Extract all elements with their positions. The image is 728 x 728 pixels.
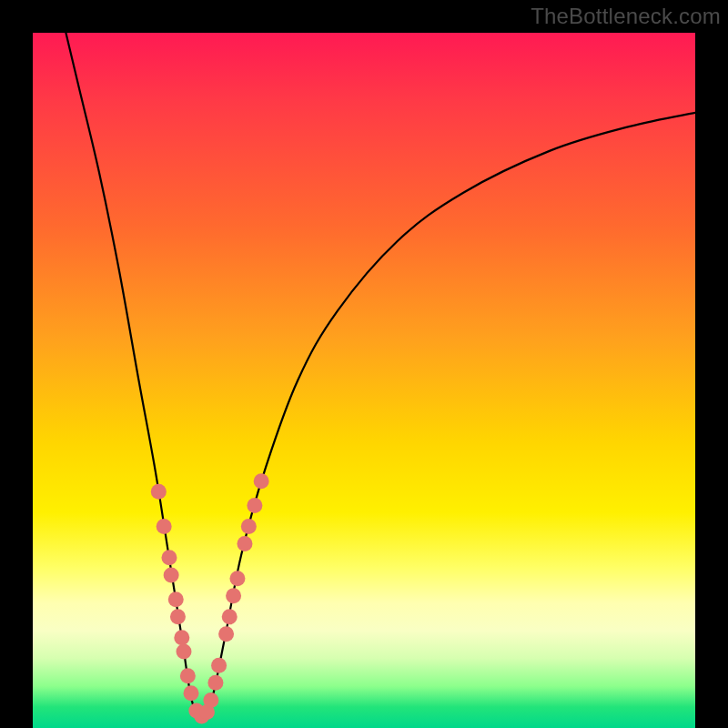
curve-svg bbox=[33, 33, 695, 728]
data-dot bbox=[229, 571, 245, 586]
data-dot bbox=[241, 519, 257, 534]
data-dot bbox=[211, 658, 227, 673]
data-dot bbox=[183, 685, 198, 701]
data-dot bbox=[176, 643, 191, 659]
data-dot bbox=[180, 668, 196, 683]
data-dot bbox=[207, 675, 223, 691]
data-dot bbox=[237, 536, 252, 551]
chart-frame: TheBottleneck.com bbox=[0, 0, 728, 728]
plot-area bbox=[33, 33, 695, 728]
data-dot bbox=[151, 484, 167, 500]
data-dot bbox=[247, 498, 262, 513]
data-dot bbox=[157, 519, 172, 534]
data-dot bbox=[226, 588, 241, 603]
data-dot bbox=[174, 630, 189, 645]
data-dot bbox=[222, 609, 238, 624]
data-dot bbox=[218, 626, 234, 642]
watermark-text: TheBottleneck.com bbox=[531, 4, 721, 29]
data-dot bbox=[254, 473, 269, 489]
bottleneck-curve bbox=[66, 33, 695, 718]
data-dot bbox=[203, 693, 218, 708]
data-dot bbox=[168, 592, 184, 607]
data-dot bbox=[164, 567, 179, 582]
data-dot bbox=[170, 609, 186, 624]
dots-group bbox=[151, 473, 269, 723]
data-dot bbox=[161, 550, 177, 565]
